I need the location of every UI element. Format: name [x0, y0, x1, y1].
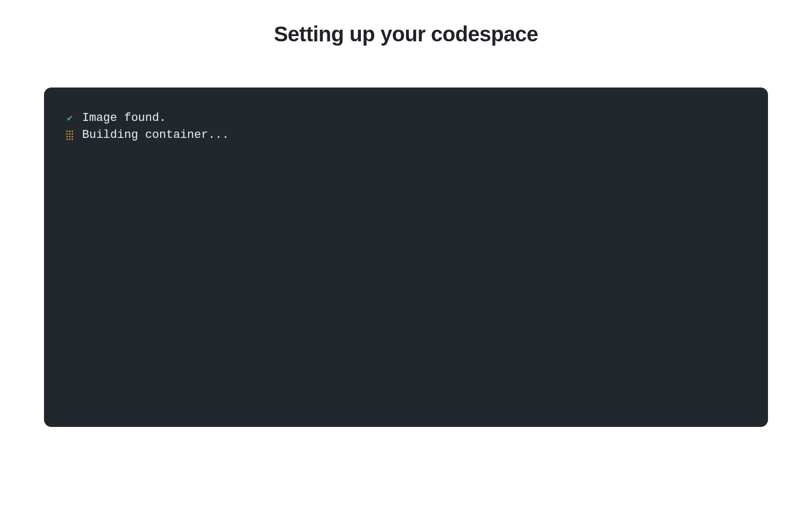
log-line: Building container... — [65, 127, 747, 144]
terminal-panel: ✔ Image found. Building container... — [44, 88, 768, 427]
spinner-icon — [65, 130, 75, 140]
log-text: Building container... — [82, 127, 229, 144]
log-text: Image found. — [82, 110, 166, 127]
page-title: Setting up your codespace — [0, 0, 812, 51]
check-icon: ✔ — [65, 113, 75, 123]
log-line: ✔ Image found. — [65, 110, 747, 127]
